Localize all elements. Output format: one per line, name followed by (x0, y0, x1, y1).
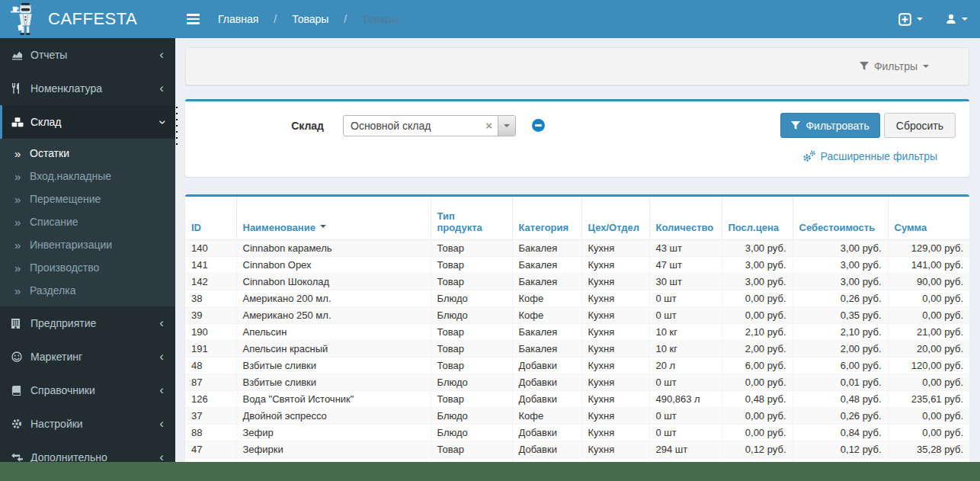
table-cell: Кухня (581, 290, 649, 306)
table-cell: 30 шт (649, 273, 722, 290)
select-dropdown-toggle[interactable] (498, 116, 515, 136)
table-row[interactable]: 142Cinnabon ШоколадТоварБакалеяКухня30 ш… (185, 273, 969, 290)
breadcrumb-separator: / (344, 13, 347, 25)
advanced-filters-link[interactable]: Расширенные фильтры (802, 150, 937, 162)
sidebar-toggle-button[interactable] (175, 0, 210, 38)
sidebar-item-directories[interactable]: Справочники‹ (0, 374, 175, 407)
sidebar-subitem[interactable]: »Производство (0, 256, 175, 279)
table-cell: Зефирки (236, 441, 431, 457)
apply-filters-button[interactable]: Фильтровать (780, 113, 879, 138)
gears-icon (802, 150, 816, 162)
table-cell: Американо 200 мл. (236, 290, 431, 306)
table-row[interactable]: 47ЗефиркиТоварДобавкиКухня294 шт0,12 руб… (185, 441, 969, 457)
bottom-bar (0, 462, 980, 481)
sidebar-subitem[interactable]: »Перемещение (0, 188, 175, 210)
sidebar-item-reports[interactable]: Отчеты‹ (0, 38, 175, 72)
column-header-label: Категория (519, 222, 569, 233)
sidebar-subitem[interactable]: »Остатки (0, 142, 175, 165)
table-cell: Блюдо (431, 407, 512, 424)
table-cell: 3,00 руб. (722, 273, 793, 290)
table-row[interactable]: 88ЗефирБлюдоДобавкиКухня0 шт0,00 руб.0,8… (185, 424, 969, 441)
table-cell: Бакалея (512, 340, 581, 357)
table-row[interactable]: 38Американо 200 мл.БлюдоКофеКухня0 шт0,0… (185, 290, 969, 306)
table-cell: Товар (431, 390, 512, 407)
column-header-3[interactable]: Тип продукта (431, 197, 512, 239)
sidebar-item-settings[interactable]: Настройки‹ (0, 407, 175, 441)
table-cell: 120,00 руб. (888, 357, 969, 374)
table-cell: 0 шт (649, 407, 722, 424)
warehouse-select[interactable]: Основной склад × (343, 115, 516, 136)
column-header-5[interactable]: Цех/Отдел (581, 197, 649, 239)
column-header-7[interactable]: Посл.цена (722, 197, 793, 239)
remove-filter-row-button[interactable] (532, 119, 545, 132)
sidebar-item-warehouse[interactable]: Склад‹ (0, 105, 175, 139)
breadcrumb: Главная / Товары / Товары (218, 13, 399, 25)
table-cell: Двойной эспрессо (236, 407, 431, 424)
table-cell: Кухня (581, 407, 649, 424)
quick-add-menu-button[interactable] (898, 13, 923, 26)
filters-toggle-panel: Фильтры (185, 47, 969, 85)
reset-filters-button[interactable]: Сбросить (884, 113, 956, 138)
table-cell: 0,00 руб. (888, 290, 969, 306)
filter-form-panel: Склад Основной склад × Фильтровать Сброс… (185, 99, 969, 177)
angle-double-right-icon: » (14, 239, 30, 252)
sidebar-subitem[interactable]: »Инвентаризации (0, 233, 175, 256)
main-content: Фильтры Склад Основной склад × Фильтрова… (175, 38, 980, 481)
table-row[interactable]: 87Взбитые сливкиБлюдоДобавкиКухня0 шт0,0… (185, 374, 969, 390)
filters-toggle-button[interactable]: Фильтры (855, 59, 934, 73)
sidebar: Отчеты‹Номенклатура‹Склад‹»Остатки»Вход.… (0, 38, 175, 481)
table-cell: 294 шт (649, 441, 722, 457)
caret-down-icon (962, 18, 968, 24)
sidebar-subitem[interactable]: »Вход.накладные (0, 165, 175, 188)
table-cell: Кухня (581, 357, 649, 374)
column-header-8[interactable]: Себестоимость (793, 197, 888, 239)
breadcrumb-item-products[interactable]: Товары (292, 13, 328, 25)
user-icon (946, 14, 956, 24)
table-cell: 20,00 руб. (888, 340, 969, 357)
table-row[interactable]: 191Апельсин красныйТоварБакалеяКухня10 к… (185, 340, 969, 357)
table-cell: 0,00 руб. (722, 374, 793, 390)
table-cell: Кухня (581, 273, 649, 290)
column-header-6[interactable]: Количество (649, 197, 722, 239)
table-row[interactable]: 141Cinnabon ОрехТоварБакалеяКухня47 шт3,… (185, 256, 969, 273)
gear-icon (11, 418, 30, 429)
column-header-4[interactable]: Категория (512, 197, 581, 239)
sidebar-subitem[interactable]: »Списание (0, 210, 175, 233)
table-row[interactable]: 48Взбитые сливкиТоварДобавкиКухня20 л6,0… (185, 357, 969, 374)
sidebar-item-enterprise[interactable]: Предприятие‹ (0, 306, 175, 340)
table-cell: 140 (185, 239, 236, 256)
column-header-9[interactable]: Сумма (888, 197, 969, 239)
column-header-1[interactable]: ID (185, 197, 236, 239)
brand-logo[interactable]: CAFFESTA (0, 0, 175, 38)
sidebar-item-nomenclature[interactable]: Номенклатура‹ (0, 72, 175, 105)
table-cell: 129,00 руб. (888, 239, 969, 256)
column-header-label: Количество (656, 222, 714, 233)
sidebar-subitem[interactable]: »Разделка (0, 279, 175, 302)
table-row[interactable]: 140Cinnabon карамельТоварБакалеяКухня43 … (185, 239, 969, 256)
table-row[interactable]: 126Вода "Святой Источник"ТоварДобавкиКух… (185, 390, 969, 407)
stock-table: IDНаименованиеТип продуктаКатегорияЦех/О… (185, 197, 969, 475)
table-cell: Кухня (581, 239, 649, 256)
table-row[interactable]: 39Американо 250 мл.БлюдоКофеКухня0 шт0,0… (185, 306, 969, 323)
book-icon (11, 386, 30, 396)
brand-name: CAFFESTA (48, 9, 137, 29)
clear-selection-icon[interactable]: × (480, 119, 498, 132)
table-cell: 37 (185, 407, 236, 424)
breadcrumb-item-home[interactable]: Главная (218, 13, 258, 25)
chevron-left-icon: ‹ (159, 82, 164, 95)
column-header-label: Себестоимость (799, 222, 876, 233)
table-cell: Взбитые сливки (236, 357, 431, 374)
table-cell: 2,00 руб. (793, 340, 888, 357)
table-cell: 0,01 руб. (793, 374, 888, 390)
sidebar-scrollbar[interactable] (176, 107, 178, 145)
user-menu-button[interactable] (946, 14, 968, 24)
table-cell: 0,12 руб. (722, 441, 793, 457)
table-cell: 0,00 руб. (888, 407, 969, 424)
filter-funnel-icon (860, 62, 869, 71)
table-cell: Cinnabon Шоколад (236, 273, 431, 290)
plus-square-icon (898, 13, 911, 26)
column-header-2[interactable]: Наименование (236, 197, 431, 239)
table-row[interactable]: 37Двойной эспрессоБлюдоКофеКухня0 шт0,00… (185, 407, 969, 424)
table-row[interactable]: 190АпельсинТоварБакалеяКухня10 кг2,10 ру… (185, 323, 969, 340)
sidebar-item-marketing[interactable]: Маркетинг‹ (0, 340, 175, 374)
